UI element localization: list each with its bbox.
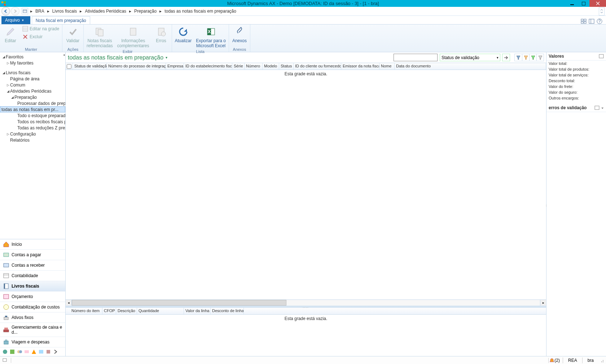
preparacao-node[interactable]: ◢Preparação xyxy=(0,94,65,100)
overflow-icon[interactable] xyxy=(17,349,22,355)
column-header[interactable]: Número do item xyxy=(70,308,102,314)
prep-child-selected[interactable]: todas as notas fiscais em pr... xyxy=(0,106,65,112)
company-label[interactable]: bra xyxy=(585,358,596,363)
column-header[interactable]: Emissor da nota fiscal xyxy=(341,63,379,70)
filter-field-dropdown[interactable]: Status de validação▾ xyxy=(440,54,500,61)
file-menu[interactable]: Arquivo xyxy=(1,16,30,24)
details-section-valores[interactable]: Valores xyxy=(546,52,606,61)
column-header[interactable]: Desconto de linha xyxy=(211,308,244,314)
splitter-handle[interactable]: ···· xyxy=(303,306,309,309)
section-view-icon[interactable] xyxy=(594,105,600,110)
column-header[interactable]: Nome xyxy=(379,63,395,70)
module-viagem[interactable]: Viagem e despesas xyxy=(0,337,65,347)
filter-apply-button[interactable] xyxy=(502,54,510,61)
module-contas-pagar[interactable]: Contas a pagar xyxy=(0,250,65,260)
configuracao-node[interactable]: ▷Configuração xyxy=(0,131,65,137)
overflow-icon[interactable] xyxy=(45,349,51,355)
refresh-button[interactable]: Atualizar xyxy=(174,25,193,44)
complementary-button[interactable]: Informações complementares xyxy=(116,25,151,49)
column-header[interactable]: ID do cliente ou fornecedor xyxy=(294,63,341,70)
overflow-icon[interactable] xyxy=(38,349,44,355)
close-button[interactable] xyxy=(589,0,606,7)
filter-clear-icon[interactable] xyxy=(536,54,544,61)
section-view-icon[interactable] xyxy=(599,54,604,59)
currency-label[interactable]: REA xyxy=(566,358,579,363)
module-ativos[interactable]: Ativos fixos xyxy=(0,312,65,323)
select-all-checkbox[interactable] xyxy=(66,63,73,70)
column-header[interactable]: CFOP xyxy=(102,308,116,314)
attachments-button[interactable]: Anexos xyxy=(230,25,249,44)
column-header[interactable]: Status de validação xyxy=(73,63,107,70)
scroll-thumb[interactable] xyxy=(72,300,286,306)
scroll-left-button[interactable]: ◂ xyxy=(66,300,72,306)
export-excel-button[interactable]: XExportar para o Microsoft Excel xyxy=(194,25,227,49)
overflow-expand-button[interactable] xyxy=(53,349,58,355)
column-header[interactable]: Quantidade xyxy=(137,308,184,314)
module-inicio[interactable]: Início xyxy=(0,239,65,250)
notification-icon[interactable]: (2) xyxy=(549,358,560,363)
prep-child[interactable]: Todo o estoque preparado ... xyxy=(0,112,65,119)
referenced-button[interactable]: Notas fiscais referenciadas xyxy=(85,25,114,49)
scroll-right-button[interactable]: ▸ xyxy=(540,300,546,306)
overflow-icon[interactable] xyxy=(31,349,37,355)
column-header[interactable]: Série xyxy=(232,63,245,70)
list-title-dropdown[interactable]: ▾ xyxy=(166,56,167,59)
livros-fiscais-node[interactable]: ◢Livros fiscais xyxy=(0,70,65,76)
minimize-button[interactable] xyxy=(566,0,578,7)
my-favorites-node[interactable]: ▷My favorites xyxy=(0,60,65,66)
column-header[interactable]: Número do processo de integração xyxy=(107,63,166,70)
nav-back-button[interactable] xyxy=(1,7,10,15)
module-caixa[interactable]: Gerenciamento de caixa e d... xyxy=(0,323,65,337)
module-orcamento[interactable]: Orçamento xyxy=(0,292,65,302)
overflow-icon[interactable] xyxy=(9,349,15,355)
column-header[interactable]: ID do estabelecimento fiscal xyxy=(184,63,232,70)
maximize-button[interactable] xyxy=(578,0,589,7)
column-header[interactable]: Número xyxy=(245,63,263,70)
filter-by-selection-icon[interactable] xyxy=(522,54,529,61)
breadcrumb-history-button[interactable] xyxy=(599,7,605,15)
column-header[interactable]: Status xyxy=(279,63,294,70)
favorites-node[interactable]: ◢Favoritos xyxy=(0,54,65,60)
address-icon[interactable] xyxy=(22,8,28,14)
validate-button[interactable]: Validar xyxy=(64,25,82,44)
edit-button[interactable]: Editar xyxy=(1,25,19,44)
errors-button[interactable]: Erros xyxy=(152,25,170,44)
details-splitter[interactable]: ··· xyxy=(545,204,548,207)
collapse-nav-button[interactable]: ◂ xyxy=(62,53,66,57)
search-input[interactable] xyxy=(394,54,438,61)
status-icon[interactable] xyxy=(2,358,8,363)
overflow-icon[interactable] xyxy=(2,349,8,355)
prep-child[interactable]: Todos os recibos fiscais pre... xyxy=(0,119,65,125)
prep-child[interactable]: Todas as reduções Z prepar... xyxy=(0,125,65,131)
periodicas-node[interactable]: ◢Atividades Periódicas xyxy=(0,88,65,94)
filter-icon[interactable] xyxy=(515,54,522,61)
breadcrumb-item[interactable]: BRA xyxy=(33,7,47,15)
column-header[interactable]: Valor da linha xyxy=(184,308,211,314)
prep-child[interactable]: Processar dados de preparo xyxy=(0,100,65,106)
resize-grip-icon[interactable] xyxy=(600,358,604,363)
module-contabilidade[interactable]: Contabilidade xyxy=(0,271,65,281)
delete-button[interactable]: Excluir xyxy=(21,33,61,40)
module-custos[interactable]: Contabilização de custos xyxy=(0,302,65,312)
nav-forward-button[interactable] xyxy=(11,7,19,15)
column-header[interactable]: Modelo xyxy=(263,63,279,70)
overflow-icon[interactable] xyxy=(24,349,30,355)
column-header[interactable]: Empresa xyxy=(166,63,184,70)
breadcrumb-item[interactable]: Preparação xyxy=(132,7,159,15)
layout-icon[interactable] xyxy=(589,18,594,24)
view-mode-icon[interactable] xyxy=(581,18,587,24)
breadcrumb-item[interactable]: todas as notas fiscais em preparação xyxy=(162,7,238,15)
breadcrumb-item[interactable]: Atividades Periódicas xyxy=(83,7,128,15)
details-section-erros[interactable]: erros de validação ⌄ xyxy=(546,104,606,112)
module-livros-fiscais[interactable]: Livros fiscais xyxy=(0,281,65,292)
relatorios-node[interactable]: Relatórios xyxy=(0,137,65,143)
module-contas-receber[interactable]: Contas a receber xyxy=(0,260,65,271)
breadcrumb-item[interactable]: Livros fiscais xyxy=(50,7,79,15)
grid-scrollbar[interactable]: ◂ ▸ xyxy=(66,299,546,306)
tab-nota-fiscal[interactable]: Nota fiscal em preparação xyxy=(32,16,90,24)
edit-in-grid-button[interactable]: Editar na grade xyxy=(21,25,61,32)
comum-node[interactable]: ▷Comum xyxy=(0,82,65,88)
filter-advanced-icon[interactable] xyxy=(529,54,536,61)
column-header[interactable]: Descrição xyxy=(116,308,137,314)
area-page-node[interactable]: Página de área xyxy=(0,76,65,82)
